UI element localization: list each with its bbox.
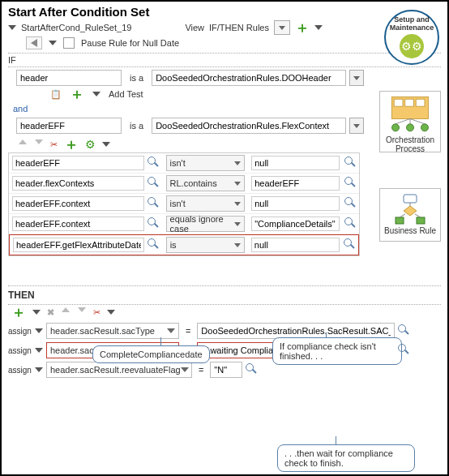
svg-rect-10: [404, 195, 417, 203]
add-test-menu[interactable]: [92, 92, 100, 96]
cut-icon[interactable]: ✂: [50, 139, 58, 150]
view-dropdown[interactable]: [274, 20, 290, 35]
search-icon[interactable]: [148, 238, 159, 251]
cond-rhs-4[interactable]: [251, 238, 340, 252]
then-add-button[interactable]: ＋: [11, 307, 26, 318]
then-cut-icon[interactable]: ✂: [93, 307, 100, 318]
clipboard-icon[interactable]: 📋: [50, 89, 62, 100]
pause-label: Pause Rule for Null Date: [81, 38, 179, 48]
move-down-icon[interactable]: [34, 139, 44, 149]
assign-var-0[interactable]: header.sacResult.sacType: [46, 323, 179, 339]
search-icon[interactable]: [398, 324, 411, 337]
svg-point-5: [407, 124, 414, 131]
cond-row-3: equals ignore case: [9, 214, 359, 234]
add-rule-button[interactable]: ＋: [295, 22, 310, 33]
assign-var-2[interactable]: header.sacResult.reevaluateFlag: [46, 362, 192, 378]
cond-rhs-1[interactable]: [251, 176, 340, 191]
add-rule-menu[interactable]: [314, 25, 323, 30]
add-condition-button[interactable]: ＋: [64, 139, 79, 150]
callout-2: If compliance check isn't finished. . .: [272, 337, 402, 365]
cond-lhs-3[interactable]: [12, 217, 144, 231]
then-move-down-icon[interactable]: [77, 307, 87, 317]
condition-table: isn't RL.contains isn't: [8, 152, 360, 256]
gear-circle: ⚙⚙: [400, 34, 424, 58]
then-section-label: THEN: [2, 288, 447, 302]
if-var-2[interactable]: [16, 118, 122, 134]
cond-row-1: RL.contains: [9, 174, 359, 194]
orchestration-process-icon: [380, 95, 440, 135]
assign-action-dd-1[interactable]: [35, 348, 43, 353]
cond-op-0[interactable]: isn't: [166, 155, 246, 171]
view-label: View: [185, 23, 204, 32]
business-rule-label: Business Rule: [380, 226, 440, 235]
svg-point-6: [421, 124, 429, 131]
if-section-label: IF: [2, 55, 447, 65]
type-dropdown-2[interactable]: [349, 118, 364, 134]
gear-icon: ⚙⚙: [401, 41, 422, 52]
search-icon[interactable]: [398, 344, 411, 357]
add-test-plus[interactable]: ＋: [70, 88, 84, 100]
then-more-menu[interactable]: [107, 310, 115, 315]
cond-op-2[interactable]: isn't: [166, 195, 246, 212]
callout-1: CompleteCompliancedate: [92, 345, 210, 363]
cond-rhs-2[interactable]: [251, 196, 340, 211]
assign-val-0[interactable]: [197, 323, 395, 339]
equals-0: =: [182, 326, 194, 336]
gear-menu[interactable]: [102, 142, 110, 147]
search-icon[interactable]: [148, 177, 159, 190]
svg-point-4: [392, 124, 400, 131]
if-type-2[interactable]: [152, 118, 346, 134]
search-icon[interactable]: [344, 238, 357, 251]
cond-lhs-2[interactable]: [12, 196, 144, 211]
if-type-1[interactable]: [152, 70, 346, 86]
svg-rect-3: [416, 99, 425, 106]
search-icon[interactable]: [148, 157, 159, 169]
business-rule-icon: [380, 192, 440, 226]
cond-op-1[interactable]: RL.contains: [166, 175, 246, 191]
svg-line-7: [396, 119, 410, 124]
search-icon[interactable]: [246, 363, 259, 376]
search-icon[interactable]: [344, 217, 357, 230]
cond-lhs-4[interactable]: [13, 238, 144, 252]
assign-val-2[interactable]: [210, 362, 242, 378]
collapse-button[interactable]: [26, 36, 42, 49]
cond-op-3[interactable]: equals ignore case: [166, 216, 246, 232]
gear-icon[interactable]: ⚙: [85, 138, 96, 151]
assign-action-dd-0[interactable]: [35, 328, 43, 333]
search-icon[interactable]: [344, 197, 357, 210]
assign-action-dd-2[interactable]: [35, 367, 43, 372]
isa-label-1: is a: [125, 73, 148, 83]
pause-checkbox[interactable]: [63, 37, 75, 49]
callout-3: . . .then wait for compliance check to f…: [277, 444, 415, 472]
type-dropdown-1[interactable]: [349, 70, 364, 86]
rule-expand-toggle[interactable]: [49, 41, 57, 45]
setup-maintenance-badge[interactable]: Setup and Maintenance ⚙⚙: [384, 10, 439, 65]
business-rule-panel[interactable]: Business Rule: [379, 188, 441, 242]
if-var-1[interactable]: [16, 70, 122, 86]
ruleset-name: StartAfterCond_RuleSet_19: [21, 23, 131, 32]
assign-action-0: assign: [8, 327, 32, 336]
assign-action-1: assign: [8, 346, 32, 355]
orchestration-process-panel[interactable]: Orchestration Process: [379, 91, 441, 152]
cond-rhs-0[interactable]: [251, 156, 340, 170]
cond-lhs-1[interactable]: [12, 176, 144, 191]
search-icon[interactable]: [148, 197, 159, 210]
expand-ruleset-toggle[interactable]: [8, 25, 16, 30]
then-delete-icon[interactable]: ✖: [47, 307, 54, 318]
cond-row-0: isn't: [9, 153, 359, 174]
cond-lhs-0[interactable]: [12, 156, 144, 170]
isa-label-2: is a: [125, 121, 148, 131]
then-add-menu[interactable]: [32, 310, 41, 315]
svg-rect-1: [394, 99, 403, 106]
svg-line-9: [410, 119, 425, 124]
search-icon[interactable]: [148, 217, 159, 230]
cond-op-4[interactable]: is: [166, 237, 245, 253]
badge-title: Setup and Maintenance: [386, 16, 438, 32]
cond-rhs-3[interactable]: [251, 217, 340, 231]
search-icon[interactable]: [344, 177, 357, 190]
search-icon[interactable]: [344, 157, 357, 169]
move-up-icon[interactable]: [18, 139, 28, 149]
then-move-up-icon[interactable]: [61, 307, 71, 317]
orchestration-process-label: Orchestration Process: [380, 135, 440, 153]
cond-row-4: is: [9, 234, 359, 255]
